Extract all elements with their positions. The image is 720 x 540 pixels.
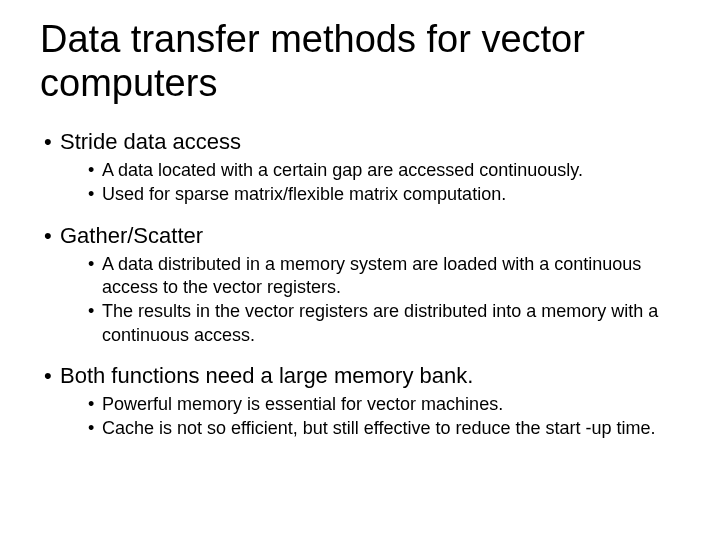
bullet-text: Used for sparse matrix/flexible matrix c…: [102, 184, 506, 204]
bullet-text: Gather/Scatter: [60, 223, 203, 248]
sub-list: A data located with a certain gap are ac…: [88, 159, 680, 207]
bullet-text: Cache is not so efficient, but still eff…: [102, 418, 656, 438]
slide: Data transfer methods for vector compute…: [0, 0, 720, 540]
bullet-text: A data distributed in a memory system ar…: [102, 254, 641, 297]
sub-list: A data distributed in a memory system ar…: [88, 253, 680, 348]
list-item: Cache is not so efficient, but still eff…: [88, 417, 680, 440]
bullet-list: Stride data access A data located with a…: [44, 127, 680, 440]
bullet-text: Both functions need a large memory bank.: [60, 363, 473, 388]
bullet-text: Powerful memory is essential for vector …: [102, 394, 503, 414]
list-item: Used for sparse matrix/flexible matrix c…: [88, 183, 680, 206]
list-item: A data distributed in a memory system ar…: [88, 253, 680, 300]
list-item: Gather/Scatter A data distributed in a m…: [44, 221, 680, 347]
list-item: Both functions need a large memory bank.…: [44, 361, 680, 440]
bullet-text: A data located with a certain gap are ac…: [102, 160, 583, 180]
list-item: The results in the vector registers are …: [88, 300, 680, 347]
bullet-text: The results in the vector registers are …: [102, 301, 658, 344]
list-item: Stride data access A data located with a…: [44, 127, 680, 206]
slide-title: Data transfer methods for vector compute…: [40, 18, 680, 105]
list-item: A data located with a certain gap are ac…: [88, 159, 680, 182]
bullet-text: Stride data access: [60, 129, 241, 154]
list-item: Powerful memory is essential for vector …: [88, 393, 680, 416]
sub-list: Powerful memory is essential for vector …: [88, 393, 680, 441]
